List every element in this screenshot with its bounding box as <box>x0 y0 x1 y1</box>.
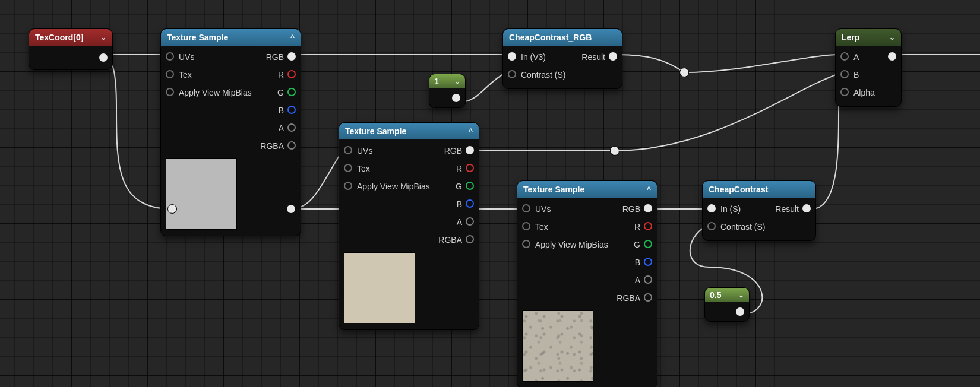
node-constant-0-5[interactable]: 0.5⌄ <box>704 287 750 322</box>
label-rgb: RGB <box>266 52 284 62</box>
input-pin-a[interactable] <box>840 52 849 61</box>
chevron-down-icon[interactable]: ⌄ <box>738 291 744 299</box>
node-lerp[interactable]: Lerp⌄ A B Alpha <box>835 28 902 107</box>
output-pin[interactable] <box>452 94 460 102</box>
collapse-icon[interactable]: ^ <box>469 127 473 135</box>
node-texcoord[interactable]: TexCoord[0] ⌄ <box>29 28 113 70</box>
reroute-pin[interactable] <box>167 204 177 214</box>
node-title: Lerp <box>842 33 859 42</box>
output-pin-b[interactable] <box>644 258 652 266</box>
node-title: CheapContrast_RGB <box>509 33 592 42</box>
input-pin-in[interactable] <box>508 52 516 61</box>
label-r: R <box>278 70 284 80</box>
label-b: B <box>279 106 284 115</box>
node-title: Texture Sample <box>345 126 406 136</box>
input-pin-contrast[interactable] <box>508 70 516 78</box>
output-pin-b[interactable] <box>466 199 474 208</box>
reroute-pin[interactable] <box>679 68 689 77</box>
reroute-pin[interactable] <box>286 204 296 214</box>
input-pin-tex[interactable] <box>522 222 530 230</box>
node-title: TexCoord[0] <box>35 33 83 42</box>
output-pin[interactable] <box>888 52 896 61</box>
output-pin-rgba[interactable] <box>287 141 296 150</box>
chevron-down-icon[interactable]: ⌄ <box>100 33 106 42</box>
node-texture-sample-1[interactable]: Texture Sample^ UVsRGB TexR Apply View M… <box>160 28 301 236</box>
output-pin-g[interactable] <box>287 88 296 96</box>
chevron-down-icon[interactable]: ⌄ <box>889 33 895 42</box>
reroute-pin[interactable] <box>610 146 619 156</box>
output-pin-rgb[interactable] <box>287 52 296 61</box>
output-pin-a[interactable] <box>466 217 474 226</box>
output-pin-r[interactable] <box>466 164 474 172</box>
node-cheapcontrast-rgb[interactable]: CheapContrast_RGB In (V3)Result Contrast… <box>502 28 622 89</box>
input-pin-contrast[interactable] <box>707 222 716 230</box>
constant-value: 1 <box>434 77 439 86</box>
node-title: Texture Sample <box>167 33 228 42</box>
output-pin-r[interactable] <box>287 70 296 78</box>
output-pin-a[interactable] <box>644 275 652 284</box>
node-texture-sample-2[interactable]: Texture Sample^ UVsRGB TexR Apply View M… <box>339 122 479 330</box>
node-texture-sample-3[interactable]: Texture Sample^ UVsRGB TexR Apply View M… <box>517 180 657 387</box>
constant-value: 0.5 <box>710 290 721 300</box>
texture-preview <box>166 158 237 230</box>
node-constant-1[interactable]: 1⌄ <box>429 74 466 108</box>
label-mip: Apply View MipBias <box>179 88 252 97</box>
wires-layer <box>0 0 980 387</box>
output-pin-rgb[interactable] <box>466 146 474 154</box>
graph-canvas[interactable]: TexCoord[0] ⌄ Texture Sample^ UVsRGB Tex… <box>0 0 980 387</box>
node-cheapcontrast[interactable]: CheapContrast In (S)Result Contrast (S) <box>702 180 816 241</box>
node-title: CheapContrast <box>709 185 768 194</box>
input-pin-uvs[interactable] <box>344 146 352 154</box>
output-pin-g[interactable] <box>644 240 652 248</box>
input-pin-mip[interactable] <box>344 182 352 190</box>
label-rgba: RGBA <box>260 141 284 151</box>
output-pin-a[interactable] <box>287 123 296 132</box>
input-pin-uvs[interactable] <box>166 52 174 61</box>
label-uvs: UVs <box>179 52 194 62</box>
input-pin-b[interactable] <box>840 70 849 78</box>
label-a: A <box>279 123 284 133</box>
output-pin-result[interactable] <box>802 204 811 212</box>
input-pin-alpha[interactable] <box>840 88 849 96</box>
output-pin-g[interactable] <box>466 182 474 190</box>
label-tex: Tex <box>179 70 192 80</box>
output-pin[interactable] <box>736 307 744 316</box>
input-pin-uvs[interactable] <box>522 204 530 212</box>
input-pin-tex[interactable] <box>166 70 174 78</box>
output-pin-result[interactable] <box>609 52 617 61</box>
input-pin-mip[interactable] <box>166 88 174 96</box>
output-pin-r[interactable] <box>644 222 652 230</box>
collapse-icon[interactable]: ^ <box>647 185 651 194</box>
label-g: G <box>277 88 284 97</box>
collapse-icon[interactable]: ^ <box>290 33 295 42</box>
texture-preview <box>344 252 415 323</box>
input-pin-in[interactable] <box>707 204 716 212</box>
node-title: Texture Sample <box>523 185 584 194</box>
output-pin[interactable] <box>99 53 108 62</box>
output-pin-rgba[interactable] <box>644 293 652 302</box>
output-pin-b[interactable] <box>287 106 296 114</box>
texture-preview <box>522 310 593 382</box>
input-pin-mip[interactable] <box>522 240 530 248</box>
chevron-down-icon[interactable]: ⌄ <box>454 77 460 85</box>
output-pin-rgba[interactable] <box>466 235 474 243</box>
input-pin-tex[interactable] <box>344 164 352 172</box>
output-pin-rgb[interactable] <box>644 204 652 212</box>
